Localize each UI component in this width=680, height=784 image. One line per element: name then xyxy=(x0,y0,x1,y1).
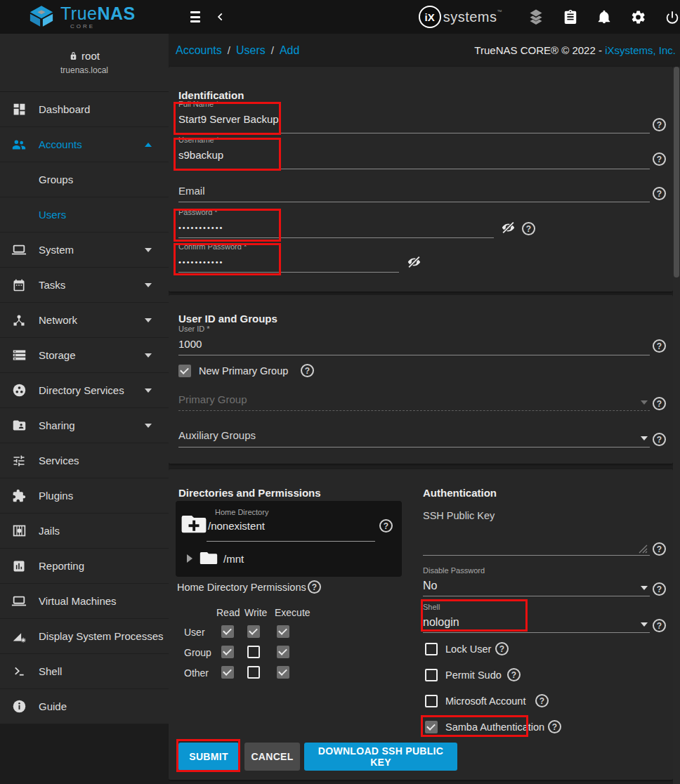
sidebar-item-groups[interactable]: Groups xyxy=(0,162,169,197)
perm-other-write-checkbox[interactable] xyxy=(247,666,260,679)
breadcrumb-accounts[interactable]: Accounts xyxy=(176,44,222,57)
perm-row-group-label: Group xyxy=(184,647,211,658)
sidebar-item-tasks[interactable]: Tasks xyxy=(0,268,169,303)
tree-item-mnt[interactable]: /mnt xyxy=(223,553,244,565)
home-directory-help-icon[interactable]: ? xyxy=(379,519,393,533)
power-icon[interactable] xyxy=(665,9,680,25)
sidebar-item-virtual-machines[interactable]: Virtual Machines xyxy=(0,584,169,619)
sidebar-item-network[interactable]: Network xyxy=(0,303,169,338)
main-area: Accounts / Users / Add TrueNAS CORE® © 2… xyxy=(169,34,680,784)
primary-group-help-icon[interactable]: ? xyxy=(653,397,666,410)
samba-authentication-checkbox[interactable] xyxy=(425,721,438,733)
user-id-help-icon[interactable]: ? xyxy=(653,339,666,353)
sidebar-item-reporting[interactable]: Reporting xyxy=(0,549,169,584)
collapse-chevron-icon[interactable] xyxy=(216,11,225,22)
confirm-password-input[interactable]: ••••••••••• xyxy=(178,258,223,266)
permit-sudo-checkbox[interactable] xyxy=(425,669,438,681)
password-visibility-off-icon[interactable] xyxy=(500,220,516,238)
email-help-icon[interactable]: ? xyxy=(653,187,666,200)
breadcrumb-users[interactable]: Users xyxy=(236,44,266,57)
sidebar-item-shell[interactable]: Shell xyxy=(0,654,169,689)
truenas-logo[interactable]: TrueNAS CORE xyxy=(28,5,136,30)
tree-expand-icon[interactable] xyxy=(187,554,192,563)
sidebar-item-directory-services[interactable]: Directory Services xyxy=(0,373,169,408)
lock-user-checkbox[interactable] xyxy=(425,643,438,655)
password-input[interactable]: ••••••••••• xyxy=(178,223,223,232)
password-help-icon[interactable]: ? xyxy=(522,222,535,235)
microsoft-account-help-icon[interactable]: ? xyxy=(535,694,549,707)
permissions-help-icon[interactable]: ? xyxy=(308,580,321,594)
section-title-directories: Directories and Permissions xyxy=(178,487,321,499)
sidebar-item-sharing[interactable]: Sharing xyxy=(0,408,169,443)
disable-password-select[interactable]: No xyxy=(423,580,437,592)
full-name-input[interactable]: Start9 Server Backup xyxy=(178,113,279,125)
auxiliary-groups-dropdown-icon xyxy=(641,436,648,440)
primary-group-select[interactable]: Primary Group xyxy=(178,393,247,405)
full-name-help-icon[interactable]: ? xyxy=(653,118,666,131)
ixsystems-link[interactable]: iXsystems, Inc. xyxy=(605,44,676,56)
perm-user-execute-checkbox[interactable] xyxy=(277,625,289,638)
new-primary-group-help-icon[interactable]: ? xyxy=(301,364,314,377)
new-primary-group-label: New Primary Group xyxy=(199,365,288,377)
breadcrumb-add[interactable]: Add xyxy=(280,44,299,57)
perm-other-read-checkbox[interactable] xyxy=(221,666,234,679)
shell-label: Shell xyxy=(423,603,440,611)
confirm-password-label: Confirm Password * xyxy=(178,242,247,251)
resize-grip-icon[interactable] xyxy=(638,544,648,557)
shell-select[interactable]: nologin xyxy=(423,616,459,629)
auxiliary-groups-help-icon[interactable]: ? xyxy=(653,433,666,446)
username-input[interactable]: s9backup xyxy=(178,149,223,161)
email-input[interactable]: Email xyxy=(178,185,205,197)
home-directory-tree: Home Directory /nonexistent ? /mnt xyxy=(176,501,402,577)
perm-user-write-checkbox[interactable] xyxy=(247,625,260,638)
chevron-down-icon xyxy=(145,388,152,393)
perm-group-read-checkbox[interactable] xyxy=(221,646,234,658)
perm-other-execute-checkbox[interactable] xyxy=(277,666,289,679)
perm-user-read-checkbox[interactable] xyxy=(221,625,234,638)
download-ssh-public-key-button[interactable]: DOWNLOAD SSH PUBLIC KEY xyxy=(304,743,457,771)
lock-user-label: Lock User xyxy=(445,643,491,655)
sidebar-item-accounts[interactable]: Accounts xyxy=(0,127,169,162)
ssh-public-key-textarea[interactable] xyxy=(423,555,650,556)
settings-gear-icon[interactable] xyxy=(630,9,646,25)
home-directory-input[interactable]: /nonexistent xyxy=(208,520,265,532)
sidebar-item-system[interactable]: System xyxy=(0,233,169,268)
samba-authentication-help-icon[interactable]: ? xyxy=(548,720,561,733)
sidebar-item-jails[interactable]: Jails xyxy=(0,514,169,549)
truecommand-icon[interactable] xyxy=(528,8,544,25)
sidebar-item-services[interactable]: Services xyxy=(0,443,169,478)
user-id-input[interactable]: 1000 xyxy=(178,338,202,350)
sidebar-item-storage[interactable]: Storage xyxy=(0,338,169,373)
chevron-down-icon xyxy=(145,318,152,322)
sidebar-item-plugins[interactable]: Plugins xyxy=(0,478,169,514)
confirm-password-visibility-off-icon[interactable] xyxy=(406,254,422,273)
permit-sudo-help-icon[interactable]: ? xyxy=(507,668,521,681)
lock-user-help-icon[interactable]: ? xyxy=(495,642,509,655)
sidebar-item-dashboard[interactable]: Dashboard xyxy=(0,92,169,127)
submit-button[interactable]: SUBMIT xyxy=(178,743,239,771)
sidebar-item-users[interactable]: Users xyxy=(0,197,169,233)
disable-password-help-icon[interactable]: ? xyxy=(653,582,666,596)
hamburger-menu-icon[interactable] xyxy=(190,11,200,22)
perm-group-write-checkbox[interactable] xyxy=(247,646,260,658)
folder-plus-icon[interactable] xyxy=(181,514,207,537)
perm-row-user-label: User xyxy=(184,627,205,638)
puzzle-icon xyxy=(11,489,27,503)
shell-help-icon[interactable]: ? xyxy=(653,619,666,632)
auxiliary-groups-select[interactable]: Auxiliary Groups xyxy=(178,429,256,441)
username-help-icon[interactable]: ? xyxy=(653,152,666,166)
sidebar-item-guide[interactable]: Guide xyxy=(0,689,169,724)
tasks-clipboard-icon[interactable] xyxy=(563,8,578,25)
sidebar-item-display-system-processes[interactable]: Display System Processes xyxy=(0,619,169,654)
scrollbar-thumb[interactable] xyxy=(674,67,679,277)
microsoft-account-checkbox[interactable] xyxy=(425,695,438,707)
perm-group-execute-checkbox[interactable] xyxy=(277,646,289,658)
notifications-bell-icon[interactable] xyxy=(596,8,612,25)
disable-password-label: Disable Password xyxy=(423,566,485,575)
cancel-button[interactable]: CANCEL xyxy=(244,743,300,771)
vertical-scrollbar[interactable] xyxy=(673,67,680,784)
new-primary-group-checkbox[interactable] xyxy=(178,365,191,377)
section-title-user-id-groups: User ID and Groups xyxy=(178,313,277,325)
ssh-public-key-help-icon[interactable]: ? xyxy=(653,542,666,556)
dashboard-icon xyxy=(11,102,27,117)
